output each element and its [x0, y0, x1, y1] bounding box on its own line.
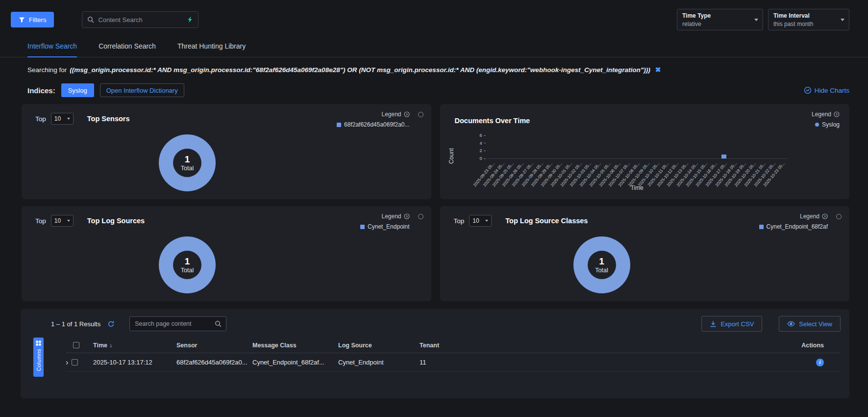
documents-over-time-legend: Legend Syslog	[812, 111, 840, 128]
export-csv-button[interactable]: Export CSV	[701, 316, 762, 332]
legend-item[interactable]: Syslog	[812, 121, 840, 128]
cell-tenant: 11	[420, 359, 787, 366]
tab-correlation-search[interactable]: Correlation Search	[99, 42, 156, 57]
header-tenant[interactable]: Tenant	[420, 342, 787, 349]
columns-button[interactable]: Columns	[33, 338, 44, 377]
chevron-down-icon	[67, 118, 70, 120]
top-label: Top	[35, 115, 46, 123]
search-summary: Searching for ((msg_origin.processor.id:…	[0, 57, 868, 74]
header-time[interactable]: Time↓	[93, 342, 176, 349]
header-sensor[interactable]: Sensor	[176, 342, 252, 349]
cell-message-class: Cynet_Endpoint_68f2af...	[252, 359, 338, 366]
row-expand-icon[interactable]: ›	[66, 359, 68, 366]
time-type-select[interactable]: Time Type relative	[677, 9, 763, 30]
tab-threat-hunting-library[interactable]: Threat Hunting Library	[177, 42, 246, 57]
select-view-button[interactable]: Select View	[779, 316, 841, 332]
legend-expand-icon	[822, 213, 828, 219]
search-summary-prefix: Searching for	[27, 66, 67, 74]
legend-label: Legend	[381, 111, 401, 118]
time-chart-bar[interactable]	[721, 155, 726, 158]
donut-center: 1 Total	[173, 251, 201, 279]
table-row[interactable]: › 2025-10-17 13:17:12 68f2af626d45a069f2…	[66, 353, 841, 372]
donut-center: 1 Total	[173, 149, 201, 177]
top-log-source-classes-count-select[interactable]: 10	[469, 215, 492, 227]
chart-select-radio[interactable]	[418, 112, 423, 117]
indices-row: Indices: Syslog Open Interflow Dictionar…	[0, 83, 868, 97]
legend-toggle[interactable]: Legend	[337, 111, 409, 118]
results-summary: 1 – 1 of 1 Results	[51, 320, 100, 328]
legend-toggle[interactable]: Legend	[812, 111, 840, 118]
time-type-value: relative	[682, 21, 750, 27]
y-tick-label: 0	[479, 156, 485, 161]
content-search-input[interactable]	[98, 16, 183, 24]
page-search-input[interactable]	[135, 320, 212, 327]
top-label: Top	[35, 217, 46, 225]
header-actions: Actions	[787, 342, 841, 349]
legend-label: Legend	[381, 213, 401, 220]
chevron-down-icon	[67, 220, 70, 222]
top-sensors-donut[interactable]: 1 Total	[159, 134, 216, 191]
cell-sensor: 68f2af626d45a069f2a0...	[176, 359, 252, 366]
top-log-sources-panel: Top 10 Top Log Sources Legend Cynet_Endp…	[22, 206, 431, 301]
export-icon	[710, 320, 717, 327]
filters-button[interactable]: Filters	[11, 12, 54, 27]
top-bar: Filters Time Type relative Time Interval…	[0, 0, 868, 30]
chart-select-radio[interactable]	[836, 214, 842, 219]
donut-center: 1 Total	[588, 251, 616, 279]
legend-item[interactable]: 68f2af626d45a069f2a0...	[337, 121, 409, 128]
legend-label: Legend	[812, 111, 831, 118]
legend-swatch	[759, 225, 764, 229]
legend-toggle[interactable]: Legend	[360, 213, 409, 220]
chart-select-radio[interactable]	[418, 214, 423, 219]
legend-item-label: Cynet_Endpoint_68f2af	[767, 223, 828, 230]
legend-toggle[interactable]: Legend	[759, 213, 828, 220]
tab-interflow-search[interactable]: Interflow Search	[27, 42, 77, 57]
donut-wrap: 1 Total	[159, 134, 216, 191]
legend-item[interactable]: Cynet_Endpoint	[360, 223, 409, 230]
cell-time: 2025-10-17 13:17:12	[93, 359, 176, 366]
row-select-cell: ›	[66, 359, 93, 366]
page-search-box	[129, 316, 226, 331]
panel-title: Top Log Source Classes	[505, 217, 588, 225]
open-interflow-dictionary-button[interactable]: Open Interflow Dictionary	[100, 83, 184, 97]
hide-charts-button[interactable]: Hide Charts	[804, 86, 849, 94]
legend-label: Legend	[800, 213, 819, 220]
row-checkbox[interactable]	[72, 359, 78, 365]
panel-title: Top Sensors	[87, 115, 130, 123]
top-label: Top	[454, 217, 465, 225]
info-icon[interactable]: i	[816, 359, 824, 366]
select-all-checkbox[interactable]	[73, 342, 79, 348]
clear-query-icon[interactable]: ✖	[655, 66, 661, 74]
results-actions: Export CSV Select View	[701, 316, 841, 332]
results-panel: 1 – 1 of 1 Results Export CSV Select Vie…	[21, 309, 849, 398]
legend-swatch	[337, 123, 341, 127]
donut-total-label: Total	[595, 267, 608, 274]
chevron-down-icon	[841, 19, 844, 21]
search-icon	[215, 320, 222, 327]
top-log-source-classes-donut[interactable]: 1 Total	[573, 236, 630, 293]
results-table: Time↓ Sensor Message Class Log Source Te…	[66, 338, 841, 372]
top-sensors-count-select[interactable]: 10	[51, 113, 74, 125]
filter-icon	[19, 17, 25, 23]
header-checkbox-cell	[66, 342, 93, 348]
legend-expand-icon	[404, 213, 410, 219]
columns-button-label: Columns	[36, 349, 42, 371]
top-count-value: 10	[472, 217, 479, 224]
refresh-icon	[107, 320, 115, 328]
header-log-source[interactable]: Log Source	[338, 342, 420, 349]
y-tick-label: 4	[479, 141, 485, 146]
top-sensors-panel: Top 10 Top Sensors Legend 68f2af626d45a0…	[22, 104, 431, 199]
index-syslog-button[interactable]: Syslog	[61, 83, 94, 97]
time-interval-select[interactable]: Time Interval this past month	[768, 9, 849, 30]
refresh-button[interactable]	[107, 320, 115, 328]
legend-swatch	[815, 123, 819, 127]
results-toolbar: 1 – 1 of 1 Results Export CSV Select Vie…	[29, 316, 841, 332]
legend-item[interactable]: Cynet_Endpoint_68f2af	[759, 223, 828, 230]
cell-log-source: Cynet_Endpoint	[338, 359, 420, 366]
legend-item-label: Cynet_Endpoint	[368, 223, 409, 230]
header-time-label: Time	[93, 342, 107, 349]
header-message-class[interactable]: Message Class	[252, 342, 338, 349]
donut-total: 1	[185, 256, 190, 267]
top-log-sources-count-select[interactable]: 10	[51, 215, 74, 227]
top-log-sources-donut[interactable]: 1 Total	[159, 236, 216, 293]
